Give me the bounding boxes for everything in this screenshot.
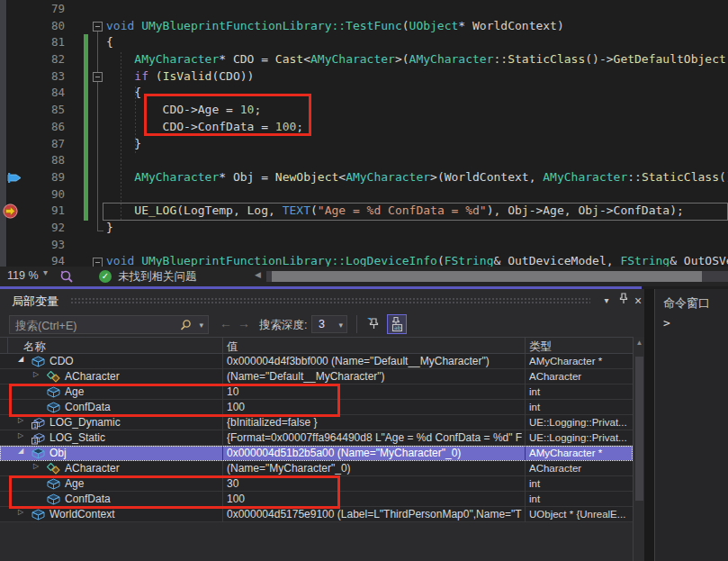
horizontal-scrollbar-thumb[interactable] <box>272 271 702 282</box>
tree-row-ACharacter[interactable]: ▷ ACharacter(Name="MyCharacter"_0)AChara… <box>0 461 633 476</box>
vertical-scrollbar-thumb[interactable] <box>635 357 643 501</box>
code-line-85[interactable]: 85 CDO->Age = 10; <box>0 102 728 119</box>
search-next-icon[interactable]: → <box>238 316 250 330</box>
code-text: { <box>106 85 141 102</box>
code-line-80[interactable]: 80void UMyBlueprintFunctionLibrary::Test… <box>0 18 728 35</box>
tree-row-WorldContext[interactable]: ▷ WorldContext0x000004d5175e9100 (Label=… <box>0 507 633 522</box>
tree-row-CDO[interactable]: ◢ CDO0x000004d4f3bbf000 (Name="Default__… <box>0 354 633 369</box>
variable-value: (Name="MyCharacter"_0) <box>227 462 522 475</box>
close-icon[interactable]: × <box>631 294 645 308</box>
code-line-79[interactable]: 79 <box>0 1 728 18</box>
search-placeholder: 搜索(Ctrl+E) <box>15 319 76 334</box>
line-number: 81 <box>25 34 65 51</box>
chevron-down-icon: ▾ <box>43 267 48 277</box>
fold-collapse-icon[interactable] <box>93 72 103 82</box>
locals-panel-title: 局部变量 <box>12 294 58 310</box>
line-number: 93 <box>25 237 65 254</box>
svg-text:ab: ab <box>394 324 401 330</box>
column-divider <box>7 338 8 355</box>
code-health-icon[interactable] <box>59 269 74 284</box>
pin-values-inline-button-active[interactable]: ab <box>387 314 407 334</box>
pin-icon[interactable] <box>616 292 631 306</box>
fold-collapse-icon[interactable] <box>93 258 103 267</box>
column-header-type[interactable]: 类型 <box>529 339 552 355</box>
column-header-name[interactable]: 名称 <box>23 339 46 355</box>
vertical-scrollbar[interactable]: ▲ <box>633 337 644 561</box>
command-window-panel[interactable]: 命令窗口 > <box>654 289 728 561</box>
tree-row-Obj[interactable]: ◢ Obj0x000004d51b2b5a00 (Name="MyCharact… <box>0 446 633 461</box>
column-divider[interactable] <box>525 338 526 355</box>
variable-name: LOG_Static <box>49 431 105 444</box>
locals-title-bar[interactable]: 局部变量 ▾ × <box>0 289 644 312</box>
code-line-87[interactable]: 87 } <box>0 136 728 153</box>
flag-pin-button[interactable] <box>364 314 383 334</box>
search-depth-label: 搜索深度: <box>259 318 307 333</box>
expand-arrow-icon[interactable]: ▷ <box>18 416 23 424</box>
code-line-86[interactable]: 86 CDO->ConfData = 100; <box>0 119 728 136</box>
command-prompt[interactable]: > <box>663 316 670 330</box>
no-issues-check-icon: ✓ <box>99 270 112 283</box>
search-input[interactable]: 搜索(Ctrl+E) ▾ <box>9 315 209 334</box>
code-line-94[interactable]: 94void UMyBlueprintFunctionLibrary::LogD… <box>0 253 728 267</box>
column-divider <box>222 415 223 430</box>
code-line-92[interactable]: 92} <box>0 220 728 237</box>
variable-type: int <box>529 386 631 397</box>
variable-value: {bInitialized=false } <box>227 416 522 429</box>
annotation-box-obj-values <box>9 475 340 509</box>
search-depth-combo[interactable]: 3 ▾ <box>311 315 347 333</box>
code-line-84[interactable]: 84 { <box>0 85 728 102</box>
variable-type: UE::Logging::Privat... <box>529 417 631 428</box>
column-divider <box>525 415 526 430</box>
collapse-arrow-icon[interactable]: ◢ <box>18 355 23 363</box>
code-line-83[interactable]: 83 if (IsValid(CDO)) <box>0 68 728 86</box>
code-line-81[interactable]: 81{ <box>0 34 728 51</box>
code-line-89[interactable]: 89 AMyCharacter* Obj = NewObject<AMyChar… <box>0 169 728 186</box>
tree-row-LOG_Dynamic[interactable]: ▷ 1LOG_Dynamic{bInitialized=false }UE::L… <box>0 415 633 430</box>
collapse-arrow-icon[interactable]: ◢ <box>18 447 23 455</box>
column-divider[interactable] <box>222 338 223 355</box>
column-divider <box>525 507 526 522</box>
svg-text:1: 1 <box>33 439 37 444</box>
zoom-level-value: 119 % <box>7 269 39 282</box>
scroll-left-arrow-icon[interactable]: ◀ <box>255 270 261 279</box>
line-number: 86 <box>25 119 65 136</box>
line-number: 84 <box>25 85 65 102</box>
command-window-title: 命令窗口 <box>663 295 710 312</box>
column-divider <box>525 476 526 492</box>
drag-handle-dots[interactable] <box>70 297 590 304</box>
search-icon[interactable] <box>180 319 192 331</box>
panel-splitter[interactable] <box>644 289 654 561</box>
fold-collapse-icon[interactable] <box>93 22 103 32</box>
code-editor[interactable]: 7980void UMyBlueprintFunctionLibrary::Te… <box>0 0 728 267</box>
current-statement-highlight <box>103 203 728 221</box>
tree-row-ACharacter[interactable]: ▷ ACharacter(Name="Default__MyCharacter"… <box>0 369 633 385</box>
code-line-93[interactable]: 93 <box>0 237 728 254</box>
code-line-88[interactable]: 88 <box>0 152 728 169</box>
search-prev-icon[interactable]: ← <box>220 316 232 330</box>
expand-arrow-icon[interactable]: ▷ <box>33 370 39 378</box>
expand-arrow-icon[interactable]: ▷ <box>18 431 23 439</box>
tree-row-LOG_Static[interactable]: ▷ 1LOG_Static{Format=0x00007ffa964490d8 … <box>0 430 633 446</box>
code-line-82[interactable]: 82 AMyCharacter* CDO = Cast<AMyCharacter… <box>0 51 728 68</box>
editor-status-bar: 119 % ▾ ✓ 未找到相关问题 ◀ <box>0 267 728 286</box>
column-divider <box>222 507 223 522</box>
variable-type: int <box>529 402 631 412</box>
column-divider <box>525 446 526 461</box>
chevron-down-icon: ▾ <box>338 321 343 330</box>
locals-column-header[interactable]: 名称 值 类型 <box>0 337 644 354</box>
line-number: 82 <box>25 51 65 68</box>
line-number: 94 <box>25 253 65 267</box>
expand-arrow-icon[interactable]: ▷ <box>18 508 23 516</box>
code-line-90[interactable]: 90 <box>0 186 728 204</box>
horizontal-scrollbar[interactable] <box>266 271 728 282</box>
health-message: 未找到相关问题 <box>118 269 197 285</box>
chevron-down-icon[interactable]: ▾ <box>199 321 203 330</box>
annotation-box-cdo-values <box>9 384 340 417</box>
column-divider <box>525 400 526 415</box>
expand-arrow-icon[interactable]: ▷ <box>33 462 39 470</box>
zoom-level-combo[interactable]: 119 % <box>4 268 56 285</box>
annotation-box-code <box>144 94 311 136</box>
column-header-value[interactable]: 值 <box>227 339 238 355</box>
window-menu-icon[interactable]: ▾ <box>599 295 614 305</box>
line-number: 88 <box>25 152 65 169</box>
